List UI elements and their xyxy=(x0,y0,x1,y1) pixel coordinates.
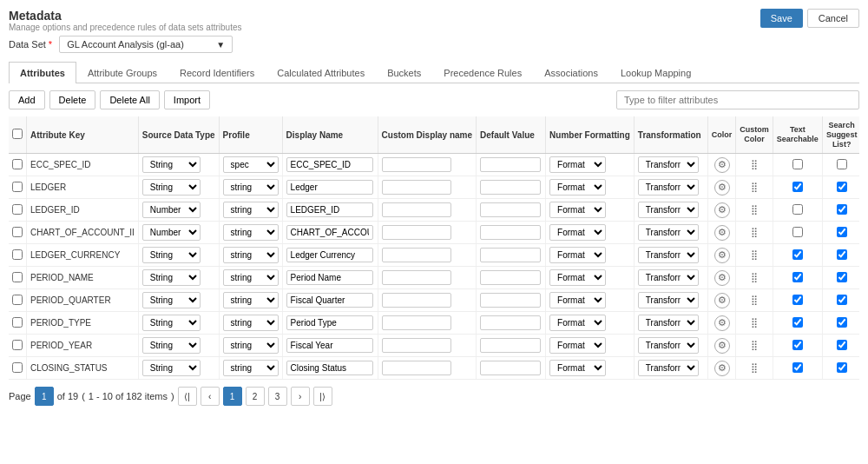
source-type-select[interactable]: String Number Boolean Date xyxy=(142,156,201,173)
prev-page-button[interactable]: ‹ xyxy=(201,387,220,406)
custom-display-input[interactable] xyxy=(382,248,451,262)
tab-lookup-mapping[interactable]: Lookup Mapping xyxy=(609,62,702,83)
profile-select[interactable]: spec string number date xyxy=(223,202,279,218)
source-type-select[interactable]: String Number Boolean Date xyxy=(142,202,201,218)
format-select[interactable]: Format xyxy=(549,269,606,286)
page-2-button[interactable]: 2 xyxy=(246,387,265,406)
search-suggest-checkbox[interactable] xyxy=(837,340,847,350)
delete-button[interactable]: Delete xyxy=(49,90,96,109)
tab-associations[interactable]: Associations xyxy=(533,62,609,83)
display-name-input[interactable] xyxy=(286,225,373,240)
display-name-input[interactable] xyxy=(286,157,373,172)
text-searchable-checkbox[interactable] xyxy=(792,317,803,328)
color-icon[interactable]: ⚙ xyxy=(714,270,730,286)
custom-display-input[interactable] xyxy=(382,315,451,330)
default-value-input[interactable] xyxy=(480,157,541,172)
row-checkbox[interactable] xyxy=(12,159,23,169)
custom-display-input[interactable] xyxy=(382,180,451,195)
search-suggest-checkbox[interactable] xyxy=(837,204,847,215)
custom-display-input[interactable] xyxy=(382,270,451,285)
search-suggest-checkbox[interactable] xyxy=(837,317,847,328)
default-value-input[interactable] xyxy=(480,315,541,330)
save-button[interactable]: Save xyxy=(760,9,803,28)
format-select[interactable]: Format xyxy=(549,202,606,218)
transform-select[interactable]: Transform xyxy=(638,202,699,218)
profile-select[interactable]: spec string number date xyxy=(223,224,279,241)
row-checkbox[interactable] xyxy=(12,227,23,237)
default-value-input[interactable] xyxy=(480,293,541,308)
row-checkbox[interactable] xyxy=(12,295,23,305)
display-name-input[interactable] xyxy=(286,315,373,330)
source-type-select[interactable]: String Number Boolean Date xyxy=(142,337,201,354)
profile-select[interactable]: spec string number date xyxy=(223,360,279,376)
default-value-input[interactable] xyxy=(480,202,541,217)
next-page-button[interactable]: › xyxy=(291,387,310,406)
custom-display-input[interactable] xyxy=(382,361,451,375)
default-value-input[interactable] xyxy=(480,225,541,240)
import-button[interactable]: Import xyxy=(164,90,210,109)
first-page-button[interactable]: ⟨| xyxy=(178,387,197,406)
custom-color-icon[interactable]: ⣿ xyxy=(746,248,762,263)
color-icon[interactable]: ⚙ xyxy=(714,157,730,173)
row-checkbox[interactable] xyxy=(12,317,23,328)
default-value-input[interactable] xyxy=(480,270,541,285)
text-searchable-checkbox[interactable] xyxy=(792,249,803,260)
format-select[interactable]: Format xyxy=(549,292,606,308)
text-searchable-checkbox[interactable] xyxy=(792,340,803,350)
search-suggest-checkbox[interactable] xyxy=(837,227,847,237)
source-type-select[interactable]: String Number Boolean Date xyxy=(142,292,201,308)
custom-display-input[interactable] xyxy=(382,225,451,240)
color-icon[interactable]: ⚙ xyxy=(714,315,730,331)
tab-record-identifiers[interactable]: Record Identifiers xyxy=(168,62,266,83)
custom-color-icon[interactable]: ⣿ xyxy=(746,225,762,241)
default-value-input[interactable] xyxy=(480,338,541,353)
color-icon[interactable]: ⚙ xyxy=(714,180,730,196)
profile-select[interactable]: spec string number date xyxy=(223,292,279,308)
format-select[interactable]: Format xyxy=(549,360,606,376)
custom-color-icon[interactable]: ⣿ xyxy=(746,157,762,173)
tab-calculated-attributes[interactable]: Calculated Attributes xyxy=(266,62,376,83)
display-name-input[interactable] xyxy=(286,202,373,217)
text-searchable-checkbox[interactable] xyxy=(792,362,803,373)
text-searchable-checkbox[interactable] xyxy=(792,295,803,305)
source-type-select[interactable]: String Number Boolean Date xyxy=(142,179,201,196)
last-page-button[interactable]: |⟩ xyxy=(313,387,332,406)
custom-color-icon[interactable]: ⣿ xyxy=(746,180,762,196)
color-icon[interactable]: ⚙ xyxy=(714,248,730,263)
transform-select[interactable]: Transform xyxy=(638,224,699,241)
search-suggest-checkbox[interactable] xyxy=(837,295,847,305)
search-suggest-checkbox[interactable] xyxy=(837,159,847,169)
custom-color-icon[interactable]: ⣿ xyxy=(746,315,762,331)
text-searchable-checkbox[interactable] xyxy=(792,272,803,282)
dataset-select[interactable]: GL Account Analysis (gl-aa) ▼ xyxy=(59,36,233,53)
source-type-select[interactable]: String Number Boolean Date xyxy=(142,269,201,286)
row-checkbox[interactable] xyxy=(12,249,23,260)
current-page-display[interactable]: 1 xyxy=(35,387,54,406)
transform-select[interactable]: Transform xyxy=(638,315,699,331)
default-value-input[interactable] xyxy=(480,248,541,262)
tab-buckets[interactable]: Buckets xyxy=(376,62,432,83)
custom-display-input[interactable] xyxy=(382,157,451,172)
transform-select[interactable]: Transform xyxy=(638,247,699,263)
transform-select[interactable]: Transform xyxy=(638,156,699,173)
default-value-input[interactable] xyxy=(480,361,541,375)
profile-select[interactable]: spec string number date xyxy=(223,247,279,263)
transform-select[interactable]: Transform xyxy=(638,179,699,196)
search-suggest-checkbox[interactable] xyxy=(837,249,847,260)
custom-color-icon[interactable]: ⣿ xyxy=(746,270,762,286)
display-name-input[interactable] xyxy=(286,338,373,353)
row-checkbox[interactable] xyxy=(12,340,23,350)
filter-input[interactable] xyxy=(616,90,859,109)
format-select[interactable]: Format xyxy=(549,156,606,173)
color-icon[interactable]: ⚙ xyxy=(714,338,730,354)
source-type-select[interactable]: String Number Boolean Date xyxy=(142,360,201,376)
profile-select[interactable]: spec string number date xyxy=(223,315,279,331)
color-icon[interactable]: ⚙ xyxy=(714,202,730,218)
custom-color-icon[interactable]: ⣿ xyxy=(746,361,762,376)
display-name-input[interactable] xyxy=(286,293,373,308)
display-name-input[interactable] xyxy=(286,180,373,195)
tab-precedence-rules[interactable]: Precedence Rules xyxy=(432,62,533,83)
transform-select[interactable]: Transform xyxy=(638,292,699,308)
transform-select[interactable]: Transform xyxy=(638,360,699,376)
source-type-select[interactable]: String Number Boolean Date xyxy=(142,315,201,331)
